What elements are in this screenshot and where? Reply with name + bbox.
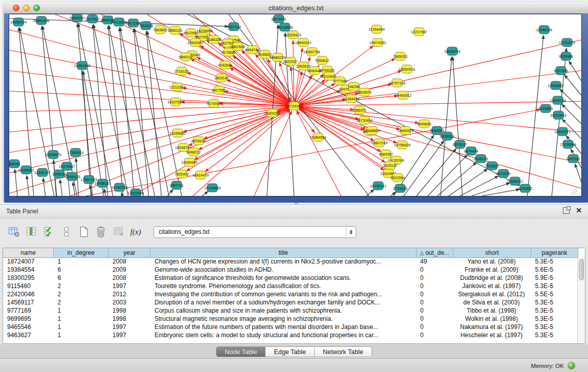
column-header-title[interactable]: title bbox=[150, 248, 416, 257]
graph-node[interactable]: 8186328 bbox=[207, 35, 221, 43]
table-row[interactable]: 911546021997Tourette syndrome. Phenomeno… bbox=[3, 282, 578, 290]
graph-node[interactable]: 14136141 bbox=[370, 182, 386, 190]
graph-node[interactable]: 8660123 bbox=[168, 26, 182, 34]
graph-node[interactable]: 9498222 bbox=[186, 148, 201, 156]
graph-edge[interactable] bbox=[254, 111, 292, 196]
graph-edge[interactable] bbox=[294, 48, 302, 106]
graph-node[interactable]: 11548108 bbox=[536, 26, 552, 34]
column-header-pagerank[interactable]: pagerank bbox=[531, 248, 578, 257]
graph-node[interactable]: 9822037 bbox=[284, 57, 298, 65]
graph-edge[interactable] bbox=[193, 110, 290, 196]
table-row[interactable]: 977716911998Corpus callosum shape and si… bbox=[3, 307, 578, 315]
graph-node[interactable]: 1733426 bbox=[393, 184, 407, 192]
graph-node[interactable]: 12093822 bbox=[548, 81, 564, 90]
graph-node[interactable]: 2803144 bbox=[214, 74, 229, 82]
graph-node[interactable]: 20206575 bbox=[45, 150, 61, 159]
function-builder-button[interactable]: f(x) bbox=[129, 225, 143, 238]
graph-node[interactable]: 19757105 bbox=[389, 79, 405, 87]
graph-edge[interactable] bbox=[460, 176, 498, 196]
graph-edge[interactable] bbox=[108, 26, 123, 196]
graph-node[interactable]: 3824574 bbox=[357, 88, 372, 96]
graph-node[interactable]: 10654112 bbox=[507, 177, 523, 185]
network-graph[interactable]: 1872400724055724208914061065525715276028… bbox=[9, 14, 581, 196]
graph-edge[interactable] bbox=[60, 180, 62, 196]
graph-node[interactable]: 15716485 bbox=[204, 184, 221, 192]
graph-edge[interactable] bbox=[43, 178, 46, 196]
graph-node[interactable]: 9857791 bbox=[169, 181, 184, 189]
graph-node[interactable]: 16782759 bbox=[111, 183, 127, 191]
graph-node[interactable]: 19384554 bbox=[310, 133, 326, 141]
graph-node[interactable]: 18640910 bbox=[295, 38, 311, 47]
table-row[interactable]: 1456911722003Disruption of a novel membe… bbox=[3, 298, 578, 307]
scrollbar-thumb[interactable] bbox=[579, 259, 584, 280]
graph-node[interactable]: 2522554 bbox=[390, 173, 405, 182]
graph-node[interactable]: 7515526 bbox=[139, 21, 153, 30]
graph-node[interactable]: 385051 bbox=[9, 160, 20, 168]
graph-node[interactable]: 19166852 bbox=[169, 129, 186, 137]
graph-node[interactable]: 7485033 bbox=[393, 52, 407, 60]
graph-node[interactable]: 8990448 bbox=[307, 67, 321, 75]
graph-edge[interactable] bbox=[299, 40, 581, 105]
select-all-button[interactable] bbox=[42, 225, 56, 238]
graph-node[interactable]: 9699695 bbox=[417, 120, 431, 128]
graph-node[interactable]: 19751074 bbox=[559, 38, 575, 47]
graph-node[interactable]: 7663822 bbox=[153, 26, 167, 34]
table-row[interactable]: 1938455462009Genome-wide association stu… bbox=[3, 266, 578, 274]
graph-node[interactable]: 16720404 bbox=[356, 116, 373, 124]
graph-edge[interactable] bbox=[146, 31, 161, 196]
graph-node[interactable]: 2718129 bbox=[175, 67, 189, 75]
graph-node[interactable]: 9227349 bbox=[554, 67, 568, 75]
tab-edge-table[interactable]: Edge Table bbox=[266, 347, 314, 357]
graph-edge[interactable] bbox=[564, 75, 581, 95]
graph-node[interactable]: 9242848 bbox=[218, 61, 232, 69]
graph-edge[interactable] bbox=[134, 29, 148, 196]
delete-table-button[interactable] bbox=[112, 225, 126, 238]
graph-node[interactable]: 8878334 bbox=[191, 137, 206, 145]
graph-node[interactable]: 10975487 bbox=[59, 162, 75, 170]
table-row[interactable]: 946362711997Embryonic stem cells: a mode… bbox=[3, 331, 578, 339]
graph-node[interactable]: 18650918 bbox=[399, 65, 415, 73]
column-header-in_degree[interactable]: in_degree bbox=[54, 248, 108, 257]
delete-column-button[interactable] bbox=[94, 225, 108, 238]
graph-node[interactable]: 1167531 bbox=[566, 155, 580, 163]
graph-edge[interactable] bbox=[9, 106, 289, 112]
graph-edge[interactable] bbox=[294, 80, 325, 106]
graph-node[interactable]: 21053346 bbox=[74, 61, 91, 70]
graph-node[interactable]: 8938924 bbox=[440, 132, 454, 140]
graph-node[interactable]: 15493912 bbox=[395, 91, 411, 99]
graph-node[interactable]: 12217987 bbox=[411, 28, 427, 36]
graph-edge[interactable] bbox=[299, 107, 581, 188]
table-vertical-scrollbar[interactable] bbox=[577, 258, 585, 343]
memory-ok-indicator-icon[interactable] bbox=[568, 362, 575, 369]
graph-edge[interactable] bbox=[15, 169, 17, 196]
network-window-titlebar[interactable]: citations_edges.txt bbox=[4, 2, 588, 14]
graph-edge[interactable] bbox=[205, 106, 294, 171]
table-row[interactable]: 969969511998Structural magnetic resonanc… bbox=[3, 315, 578, 323]
graph-node[interactable]: 9243652 bbox=[518, 184, 532, 192]
graph-node[interactable]: 8471676 bbox=[496, 169, 510, 178]
graph-node[interactable]: 2935114 bbox=[474, 155, 488, 163]
graph-node[interactable]: 12444134 bbox=[550, 96, 566, 104]
tab-network-table[interactable]: Network Table bbox=[315, 347, 372, 357]
graph-node[interactable]: 17016504 bbox=[560, 140, 576, 148]
graph-node[interactable]: 16914479 bbox=[192, 171, 209, 179]
graph-node[interactable]: 1527602 bbox=[85, 15, 100, 23]
graph-edge[interactable] bbox=[527, 35, 543, 196]
graph-node[interactable]: 20891406 bbox=[33, 16, 50, 25]
table-selector-dropdown[interactable]: citations_edges.txt bbox=[154, 226, 356, 238]
graph-edge[interactable] bbox=[121, 192, 122, 196]
graph-node[interactable]: 8454749 bbox=[245, 46, 259, 54]
table-row[interactable]: 2242004622012Investigating the contribut… bbox=[3, 290, 578, 298]
create-column-button[interactable] bbox=[77, 225, 91, 238]
graph-node[interactable]: 18807249 bbox=[371, 139, 387, 147]
graph-node[interactable]: 17359914 bbox=[68, 148, 84, 157]
table-row[interactable]: 946554611997Estimation of the future num… bbox=[3, 323, 578, 331]
graph-edge[interactable] bbox=[93, 25, 108, 196]
graph-node[interactable]: 16648784 bbox=[444, 47, 461, 55]
graph-node[interactable]: 7625402 bbox=[175, 170, 189, 178]
graph-node[interactable]: 18107554 bbox=[167, 98, 184, 106]
graph-node[interactable]: 10756928 bbox=[394, 141, 410, 149]
graph-edge[interactable] bbox=[94, 25, 128, 196]
table-row[interactable]: 1872400712008Changes of HCN gene express… bbox=[3, 257, 578, 266]
graph-node[interactable]: 11254409 bbox=[368, 25, 384, 33]
